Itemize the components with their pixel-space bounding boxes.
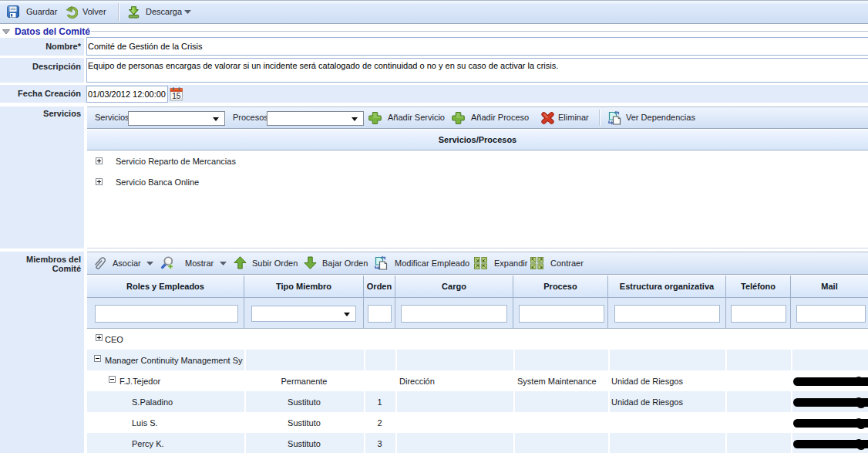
svg-text:15: 15: [172, 92, 181, 100]
